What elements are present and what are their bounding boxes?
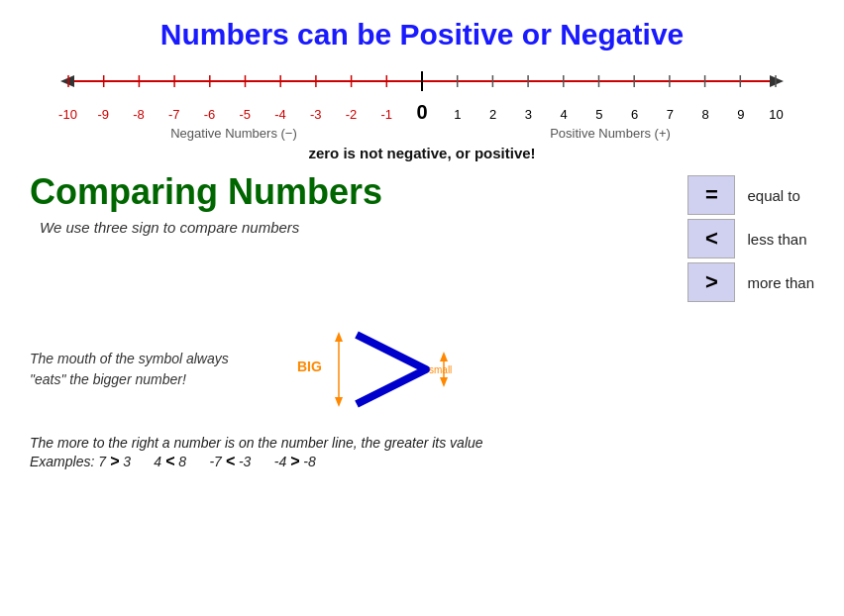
num-neg4: -4 xyxy=(264,107,298,122)
more-box: > xyxy=(687,262,735,302)
num-6: 6 xyxy=(617,107,652,122)
equal-box: = xyxy=(687,175,735,215)
num-2: 2 xyxy=(475,107,510,122)
symbol-row-less: < less than xyxy=(687,219,814,258)
symbol-row-equal: = equal to xyxy=(687,175,814,215)
number-line-svg xyxy=(51,63,793,99)
comparing-left: Comparing Numbers We use three sign to c… xyxy=(30,171,668,236)
svg-marker-28 xyxy=(335,397,343,407)
num-neg2: -2 xyxy=(334,107,369,122)
example-3: -7 < -3 xyxy=(209,454,251,469)
less-box: < xyxy=(687,219,735,258)
mouth-section: The mouth of the symbol always "eats" th… xyxy=(30,320,814,419)
examples-line: Examples: 7 > 3 4 < 8 -7 < -3 -4 > -8 xyxy=(30,453,814,470)
num-3: 3 xyxy=(511,107,546,122)
neg-pos-labels: Negative Numbers (−) Positive Numbers (+… xyxy=(51,126,793,141)
num-9: 9 xyxy=(723,107,758,122)
negative-numbers-label: Negative Numbers (−) xyxy=(51,126,417,141)
svg-marker-30 xyxy=(440,352,448,361)
symbol-table: = equal to < less than > more than xyxy=(687,175,814,302)
mouth-svg: BIG small xyxy=(267,320,466,419)
num-neg5: -5 xyxy=(228,107,263,122)
bottom-note: The more to the right a number is on the… xyxy=(30,435,814,451)
num-neg1: -1 xyxy=(369,107,404,122)
mouth-text: The mouth of the symbol always "eats" th… xyxy=(30,349,248,390)
num-1: 1 xyxy=(440,107,475,122)
comparing-desc: We use three sign to compare numbers xyxy=(40,219,668,236)
page-title: Numbers can be Positive or Negative xyxy=(30,18,814,51)
example-1: 7 > 3 xyxy=(98,454,131,469)
num-neg10: -10 xyxy=(51,107,85,122)
svg-text:small: small xyxy=(429,364,452,375)
svg-marker-2 xyxy=(770,75,784,87)
num-neg6: -6 xyxy=(192,107,227,122)
num-10: 10 xyxy=(759,107,793,122)
equal-desc: equal to xyxy=(747,187,799,204)
num-neg7: -7 xyxy=(157,107,191,122)
num-neg3: -3 xyxy=(298,107,333,122)
num-4: 4 xyxy=(547,107,581,122)
comparing-section: Comparing Numbers We use three sign to c… xyxy=(30,171,814,302)
num-5: 5 xyxy=(581,107,616,122)
number-line-section: -10 -9 -8 -7 -6 -5 -4 -3 -2 -1 0 1 2 3 4… xyxy=(30,63,814,161)
num-neg8: -8 xyxy=(122,107,157,122)
svg-marker-31 xyxy=(440,377,448,387)
mouth-diagram: BIG small xyxy=(267,320,466,419)
svg-marker-27 xyxy=(335,332,343,342)
more-desc: more than xyxy=(747,274,814,291)
num-neg9: -9 xyxy=(86,107,121,122)
positive-numbers-label: Positive Numbers (+) xyxy=(427,126,793,141)
number-labels-row: -10 -9 -8 -7 -6 -5 -4 -3 -2 -1 0 1 2 3 4… xyxy=(51,101,793,124)
example-4: -4 > -8 xyxy=(274,454,316,469)
zero-note: zero is not negative, or positive! xyxy=(308,145,535,161)
num-7: 7 xyxy=(653,107,687,122)
num-zero: 0 xyxy=(405,101,440,124)
svg-text:BIG: BIG xyxy=(297,359,322,374)
less-desc: less than xyxy=(747,231,806,248)
symbol-row-more: > more than xyxy=(687,262,814,302)
example-2: 4 < 8 xyxy=(154,454,186,469)
page: Numbers can be Positive or Negative xyxy=(0,0,844,616)
comparing-title: Comparing Numbers xyxy=(30,171,668,213)
number-line-container xyxy=(51,63,793,99)
examples-label: Examples: xyxy=(30,454,98,469)
num-8: 8 xyxy=(688,107,723,122)
svg-marker-1 xyxy=(60,75,74,87)
